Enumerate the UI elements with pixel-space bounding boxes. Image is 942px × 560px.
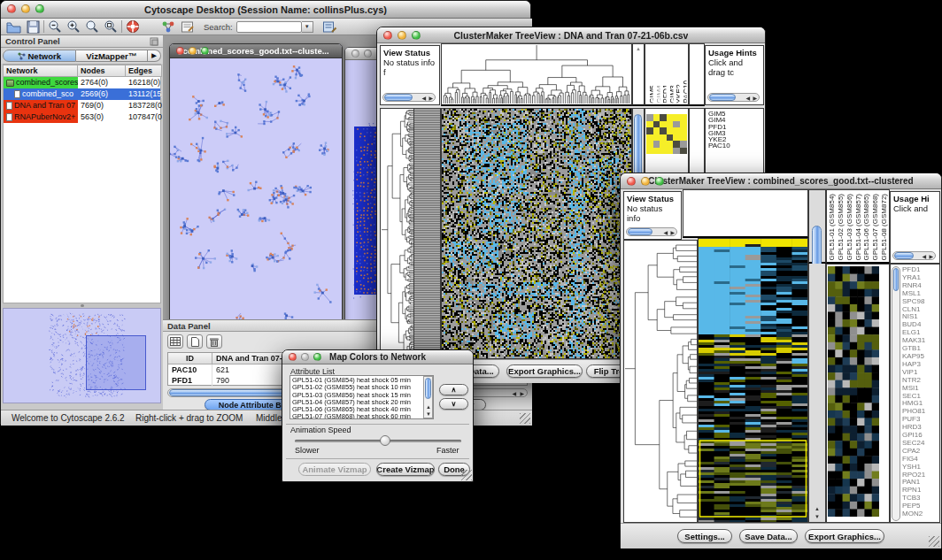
search-input[interactable] [236,21,302,33]
move-up-button[interactable]: ∧ [439,384,468,395]
minimize-icon[interactable] [364,50,372,58]
matrix-cell[interactable] [660,127,667,134]
scroll-down-icon[interactable]: ▼ [426,411,431,417]
save-data-button[interactable]: Save Data... [739,529,798,543]
zoom-window-icon[interactable] [313,353,321,361]
matrix-cell[interactable] [646,141,653,148]
zoom-selected-icon[interactable] [85,19,99,34]
minimize-icon[interactable] [189,47,197,55]
treeview2-column-dendrogram[interactable] [683,189,808,238]
matrix-cell[interactable] [653,148,660,155]
matrix-cell[interactable] [673,134,680,142]
matrix-cell[interactable] [653,121,660,128]
zoom-window-icon[interactable] [201,47,209,55]
zoom-fit-icon[interactable] [104,19,118,34]
row-dendrogram-canvas[interactable] [381,109,413,358]
close-icon[interactable] [7,4,16,13]
zoom-window-icon[interactable] [655,177,664,186]
matrix-cell[interactable] [646,148,653,155]
treeview2-gene-list[interactable]: PFD1YRA1RNR4MSL1SPC98CLN1NIS1BUD4ELG1MAK… [902,266,939,521]
attribute-list-item[interactable]: GPL51-04 (GSM857) heat shock 20 min [292,399,431,406]
col-edges[interactable]: Edges [126,65,162,77]
attribute-list-item[interactable]: GPL51-06 (GSM865) heat shock 40 min [292,406,431,413]
zoom-in-icon[interactable] [66,19,81,34]
matrix-cell[interactable] [667,134,674,142]
matrix-cell[interactable] [653,134,660,142]
matrix-cell[interactable] [673,148,680,155]
matrix-cell[interactable] [673,127,680,134]
attribute-select-button[interactable] [167,334,183,349]
hscroll-thumb[interactable] [628,228,652,235]
resize-grip[interactable] [520,413,530,424]
network-row[interactable]: combined_sco 2569(6) 13112(15) [4,88,160,100]
vscroll-thumb[interactable] [425,378,431,399]
export-graphics-button[interactable]: Export Graphics... [805,529,884,543]
treeview2-vscrollbar-lower[interactable]: ▲ ▼ [808,264,826,523]
animation-speed-slider-track[interactable] [295,440,461,442]
treeview1-heatmap[interactable] [441,108,632,359]
move-down-button[interactable]: ∨ [439,398,468,410]
resize-grip[interactable] [929,536,939,547]
attribute-list-scrollbar[interactable]: ▲ ▼ [423,376,433,418]
close-icon[interactable] [176,47,184,55]
matrix-cell[interactable] [680,141,687,148]
main-titlebar[interactable]: Cytoscape Desktop (Session Name: collins… [1,1,530,19]
column-label[interactable]: GPL51-08 (GSM872) [880,194,888,261]
treeview2-column-labels[interactable]: GPL51-01 (GSM854)GPL51-02 (GSM855)GPL51-… [826,189,890,264]
scroll-left-icon[interactable]: ◀ [663,230,668,235]
export-graphics-button[interactable]: Export Graphics... [506,364,583,378]
hscroll-thumb[interactable] [709,94,736,101]
close-icon[interactable] [383,31,392,40]
column-label[interactable]: PAC10 [681,81,687,104]
new-attribute-button[interactable] [187,334,203,349]
treeview1-row-dendrogram[interactable] [380,108,414,359]
matrix-cell[interactable] [646,114,653,121]
create-vizmap-button[interactable]: Create Vizmap [376,463,435,476]
treeview1-column-dendrogram[interactable] [441,43,632,106]
data-col-id[interactable]: ID [168,353,212,364]
close-icon[interactable] [289,353,297,361]
scroll-right-icon[interactable]: ▶ [429,96,433,101]
scroll-left-icon[interactable]: ◀ [745,96,750,101]
tab-network[interactable]: Network [3,50,76,62]
float-panel-icon[interactable] [150,37,158,46]
vscroll-thumb[interactable] [893,268,899,291]
attribute-list-item[interactable]: GPL51-07 (GSM868) heat shock 60 min [292,413,431,419]
heatmap-canvas[interactable] [699,239,807,522]
network-row[interactable]: DNA and Tran 07 769(0) 183728(0) [4,100,160,111]
matrix-cell[interactable] [660,121,667,128]
treeview1-titlebar[interactable]: ClusterMaker TreeView : DNA and Tran 07-… [377,27,765,43]
minimize-icon[interactable] [21,4,30,13]
matrix-cell[interactable] [653,141,660,148]
scroll-left-icon[interactable]: ◀ [922,254,926,259]
matrix-cell[interactable] [653,114,660,121]
matrix-cell[interactable] [667,141,674,148]
network-view-window[interactable]: combined_scores_good.txt--cluste... [169,43,343,319]
matrix-cell[interactable] [673,114,680,121]
scroll-up-icon[interactable]: ▲ [636,46,641,51]
scroll-right-icon[interactable]: ▶ [929,254,933,259]
delete-attribute-button[interactable] [206,334,222,349]
column-label[interactable]: PFD1 [660,84,667,104]
attribute-list[interactable]: GPL51-01 (GSM854) heat shock 05 minGPL51… [290,375,434,419]
matrix-cell[interactable] [646,134,653,142]
tab-vizmapper[interactable]: VizMapper™ [76,50,149,62]
matrix-cell[interactable] [673,141,680,148]
matrix-cell[interactable] [667,127,674,134]
row-dendrogram-canvas[interactable] [624,241,697,522]
network-row[interactable]: combined_scores_ 2764(0) 16218(0) [4,77,160,88]
settings-button[interactable]: Settings... [677,529,732,543]
animation-speed-slider-thumb[interactable] [380,435,390,446]
matrix-cell[interactable] [660,148,667,155]
matrix-cell[interactable] [680,148,687,155]
column-label[interactable]: YKE2 [674,84,680,104]
network-row[interactable]: RNAPuberNov2+ 563(0) 107847(0) [4,111,160,123]
minimize-icon[interactable] [641,177,650,186]
scroll-up-icon[interactable]: ▲ [426,404,431,410]
treeview2-titlebar[interactable]: ClusterMaker TreeView : combined_scores_… [621,173,941,189]
scroll-left-icon[interactable]: ◀ [421,96,426,101]
scroll-down-icon[interactable]: ▼ [815,514,820,519]
scroll-right-icon[interactable]: ▶ [670,230,675,235]
matrix-cell[interactable] [646,121,653,128]
overview-viewport-rect[interactable] [86,335,146,390]
